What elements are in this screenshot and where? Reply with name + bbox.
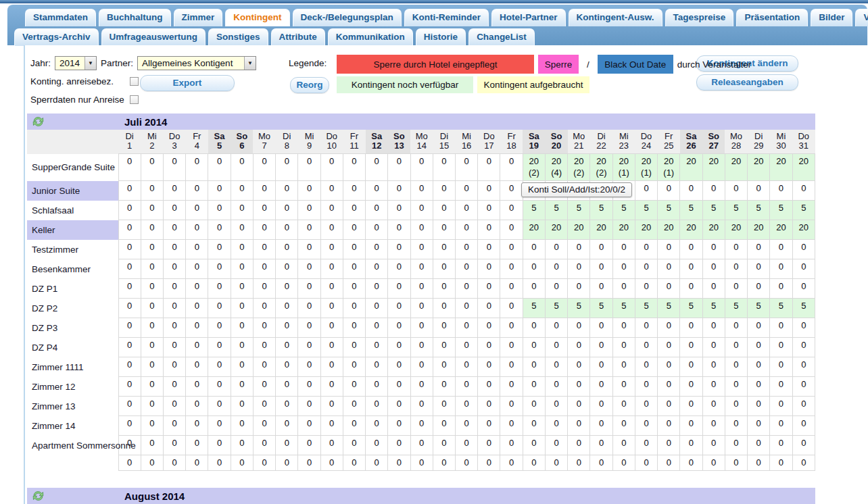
calendar-cell[interactable]: 0 [388, 259, 410, 279]
calendar-cell[interactable]: 0 [141, 436, 163, 455]
tab-kontingent[interactable]: Kontingent [225, 9, 289, 26]
calendar-cell[interactable]: 0 [545, 377, 567, 397]
calendar-cell[interactable]: 0 [545, 338, 567, 357]
calendar-cell[interactable]: 0 [748, 377, 770, 397]
calendar-cell[interactable]: 0 [276, 181, 298, 201]
calendar-cell[interactable]: 0 [253, 377, 275, 397]
calendar-cell[interactable]: 0 [478, 201, 500, 220]
calendar-cell[interactable]: 0 [343, 154, 365, 181]
calendar-cell[interactable]: 20(1) [635, 154, 657, 181]
calendar-cell[interactable]: 0 [500, 299, 523, 318]
calendar-cell[interactable]: 0 [456, 397, 478, 416]
calendar-cell[interactable]: 0 [366, 318, 388, 338]
calendar-cell[interactable]: 0 [410, 279, 433, 299]
calendar-cell[interactable]: 0 [545, 455, 567, 471]
calendar-cell[interactable]: 0 [343, 299, 365, 318]
calendar-cell[interactable]: 0 [231, 318, 253, 338]
calendar-cell[interactable]: 0 [590, 357, 612, 377]
calendar-cell[interactable]: 0 [186, 455, 208, 471]
calendar-cell[interactable]: 0 [658, 455, 680, 471]
calendar-cell[interactable]: 0 [590, 279, 612, 299]
calendar-cell[interactable]: 0 [433, 416, 455, 436]
calendar-cell[interactable]: 0 [792, 318, 815, 338]
calendar-cell[interactable]: 0 [680, 377, 702, 397]
calendar-cell[interactable]: 0 [298, 377, 320, 397]
calendar-cell[interactable]: 0 [590, 259, 612, 279]
calendar-cell[interactable]: 0 [748, 318, 770, 338]
room-name[interactable]: Zimmer 14 [27, 416, 118, 436]
calendar-cell[interactable]: 0 [612, 259, 635, 279]
calendar-cell[interactable]: 0 [410, 397, 433, 416]
calendar-cell[interactable]: 0 [141, 259, 163, 279]
calendar-cell[interactable]: 0 [163, 357, 185, 377]
calendar-cell[interactable]: 0 [118, 154, 141, 181]
calendar-cell[interactable]: 20(2) [568, 154, 590, 181]
calendar-cell[interactable]: 0 [343, 397, 365, 416]
calendar-cell[interactable]: 0 [231, 299, 253, 318]
calendar-cell[interactable]: 0 [208, 181, 231, 201]
calendar-cell[interactable]: 0 [118, 181, 141, 201]
releaseangaben-button[interactable]: Releaseangaben [696, 74, 798, 91]
calendar-cell[interactable]: 0 [410, 220, 433, 240]
calendar-cell[interactable]: 0 [748, 436, 770, 455]
calendar-cell[interactable]: 20 [748, 154, 770, 181]
calendar-cell[interactable]: 0 [568, 397, 590, 416]
calendar-cell[interactable]: 0 [702, 455, 725, 471]
calendar-cell[interactable]: 0 [320, 181, 343, 201]
calendar-cell[interactable]: 0 [141, 299, 163, 318]
export-button[interactable]: Export [140, 75, 235, 91]
calendar-cell[interactable]: 0 [456, 338, 478, 357]
calendar-cell[interactable]: 0 [590, 240, 612, 259]
calendar-cell[interactable]: 0 [186, 220, 208, 240]
calendar-cell[interactable]: 0 [635, 181, 657, 201]
calendar-cell[interactable]: 0 [770, 338, 792, 357]
calendar-cell[interactable]: 0 [343, 181, 365, 201]
calendar-cell[interactable]: 0 [163, 455, 185, 471]
calendar-cell[interactable]: 0 [748, 357, 770, 377]
tab-kommunikation[interactable]: Kommunikation [328, 28, 413, 46]
calendar-cell[interactable]: 0 [410, 338, 433, 357]
calendar-cell[interactable]: 0 [410, 259, 433, 279]
tab-attribute[interactable]: Attribute [271, 28, 325, 46]
calendar-cell[interactable]: 0 [298, 299, 320, 318]
calendar-cell[interactable]: 0 [320, 240, 343, 259]
calendar-cell[interactable]: 0 [366, 279, 388, 299]
calendar-cell[interactable]: 0 [118, 338, 141, 357]
calendar-cell[interactable]: 0 [456, 259, 478, 279]
calendar-cell[interactable]: 0 [118, 220, 141, 240]
calendar-cell[interactable]: 0 [231, 181, 253, 201]
calendar-cell[interactable]: 0 [231, 154, 253, 181]
calendar-cell[interactable]: 0 [163, 220, 185, 240]
calendar-cell[interactable]: 0 [231, 201, 253, 220]
calendar-cell[interactable]: 0 [253, 318, 275, 338]
tab-umfrageauswertung[interactable]: Umfrageauswertung [101, 28, 206, 46]
calendar-cell[interactable]: 0 [208, 397, 231, 416]
calendar-cell[interactable]: 0 [186, 397, 208, 416]
calendar-cell[interactable]: 0 [298, 416, 320, 436]
calendar-cell[interactable]: 0 [433, 377, 455, 397]
calendar-cell[interactable]: 0 [478, 357, 500, 377]
calendar-cell[interactable]: 20(2) [590, 154, 612, 181]
calendar-cell[interactable]: 0 [456, 201, 478, 220]
calendar-cell[interactable]: 0 [163, 240, 185, 259]
calendar-cell[interactable]: 0 [500, 240, 523, 259]
calendar-cell[interactable]: 0 [612, 279, 635, 299]
calendar-cell[interactable]: 5 [590, 201, 612, 220]
calendar-cell[interactable]: 0 [343, 357, 365, 377]
calendar-cell[interactable]: 0 [163, 377, 185, 397]
calendar-cell[interactable]: 0 [298, 318, 320, 338]
calendar-cell[interactable]: 0 [635, 259, 657, 279]
calendar-cell[interactable]: 0 [253, 416, 275, 436]
calendar-cell[interactable]: 0 [298, 201, 320, 220]
partner-select[interactable]: Allgemeines Kontigent ▼ [137, 56, 256, 70]
calendar-cell[interactable]: 0 [433, 240, 455, 259]
calendar-cell[interactable]: 0 [163, 259, 185, 279]
room-name[interactable]: DZ P3 [27, 318, 118, 338]
calendar-cell[interactable]: 0 [343, 338, 365, 357]
calendar-cell[interactable]: 0 [478, 338, 500, 357]
calendar-cell[interactable]: 5 [523, 299, 545, 318]
calendar-cell[interactable]: 5 [568, 299, 590, 318]
calendar-cell[interactable]: 0 [456, 240, 478, 259]
calendar-cell[interactable]: 0 [568, 377, 590, 397]
calendar-cell[interactable]: 0 [590, 338, 612, 357]
